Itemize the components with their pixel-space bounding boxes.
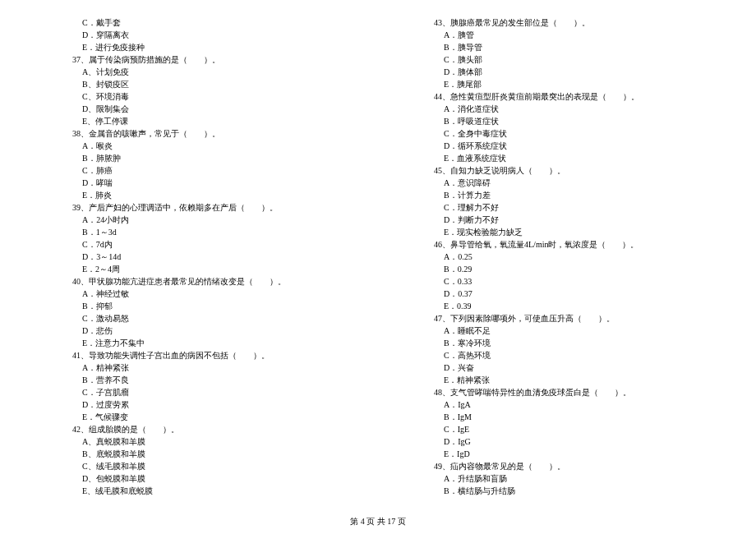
question-line: 43、胰腺癌最常见的发生部位是（ ）。	[394, 16, 723, 29]
option-line: D．过度劳累	[33, 398, 362, 411]
option-line: B、封锁疫区	[33, 78, 362, 90]
question-line: 49、疝内容物最常见的是（ ）。	[394, 460, 723, 472]
question-line: 40、甲状腺功能亢进症患者最常见的情绪改变是（ ）。	[33, 275, 362, 288]
option-line: D．胰体部	[394, 66, 723, 78]
option-line: D．IgG	[394, 435, 723, 448]
question-line: 46、鼻导管给氧，氧流量4L/min时，氧浓度是（ ）。	[394, 238, 723, 251]
question-line: 41、导致功能失调性子宫出血的病因不包括（ ）。	[33, 349, 362, 361]
option-line: E、停工停课	[33, 115, 362, 127]
option-line: C．高热环境	[394, 349, 723, 361]
option-line: B．肺脓肿	[33, 152, 362, 164]
option-line: C．IgE	[394, 423, 723, 435]
option-line: C．激动易怒	[33, 312, 362, 325]
option-line: B．横结肠与升结肠	[394, 485, 723, 497]
option-line: A．精神紧张	[33, 361, 362, 374]
option-line: D．穿隔离衣	[33, 29, 362, 41]
option-line: C．理解力不好	[394, 201, 723, 214]
question-line: 44、急性黄疸型肝炎黄疸前期最突出的表现是（ ）。	[394, 90, 723, 103]
option-line: C．0.33	[394, 275, 723, 288]
option-line: C．肺癌	[33, 164, 362, 177]
page-columns: C．戴手套D．穿隔离衣E．进行免疫接种37、属于传染病预防措施的是（ ）。A、计…	[33, 16, 723, 497]
option-line: D．兴奋	[394, 361, 723, 374]
question-line: 39、产后产妇的心理调适中，依赖期多在产后（ ）。	[33, 201, 362, 214]
question-line: 45、自知力缺乏说明病人（ ）。	[394, 164, 723, 177]
question-line: 38、金属音的咳嗽声，常见于（ ）。	[33, 127, 362, 140]
option-line: D．循环系统症状	[394, 140, 723, 152]
option-line: A．胰管	[394, 29, 723, 41]
option-line: A．消化道症状	[394, 103, 723, 115]
option-line: A．0.25	[394, 251, 723, 263]
option-line: A．喉炎	[33, 140, 362, 152]
option-line: D．哮喘	[33, 177, 362, 189]
option-line: A．IgA	[394, 398, 723, 411]
option-line: B、底蜕膜和羊膜	[33, 448, 362, 460]
option-line: A．睡眠不足	[394, 325, 723, 337]
question-line: 42、组成胎膜的是（ ）。	[33, 423, 362, 435]
option-line: B．寒冷环境	[394, 337, 723, 349]
right-column: 43、胰腺癌最常见的发生部位是（ ）。A．胰管B．胰导管C．胰头部D．胰体部E．…	[394, 16, 723, 497]
page-footer: 第 4 页 共 17 页	[0, 516, 756, 527]
question-line: 48、支气管哮喘特异性的血清免疫球蛋白是（ ）。	[394, 386, 723, 398]
option-line: B．胰导管	[394, 41, 723, 53]
option-line: E．进行免疫接种	[33, 41, 362, 53]
option-line: B．1～3d	[33, 226, 362, 238]
option-line: B．呼吸道症状	[394, 115, 723, 127]
option-line: E．现实检验能力缺乏	[394, 226, 723, 238]
option-line: A．24小时内	[33, 214, 362, 226]
option-line: E．0.39	[394, 300, 723, 312]
option-line: E．肺炎	[33, 189, 362, 201]
option-line: D．悲伤	[33, 325, 362, 337]
option-line: C．戴手套	[33, 16, 362, 29]
option-line: B．IgM	[394, 411, 723, 423]
option-line: E．注意力不集中	[33, 337, 362, 349]
option-line: C．子宫肌瘤	[33, 386, 362, 398]
option-line: C．胰头部	[394, 53, 723, 66]
option-line: A、真蜕膜和羊膜	[33, 435, 362, 448]
option-line: B．抑郁	[33, 300, 362, 312]
option-line: C．全身中毒症状	[394, 127, 723, 140]
option-line: D．0.37	[394, 288, 723, 300]
option-line: A、计划免疫	[33, 66, 362, 78]
option-line: E．胰尾部	[394, 78, 723, 90]
option-line: E．精神紧张	[394, 374, 723, 386]
option-line: D．判断力不好	[394, 214, 723, 226]
option-line: E．血液系统症状	[394, 152, 723, 164]
option-line: D．3～14d	[33, 251, 362, 263]
option-line: E．气候骤变	[33, 411, 362, 423]
question-line: 37、属于传染病预防措施的是（ ）。	[33, 53, 362, 66]
option-line: E．IgD	[394, 448, 723, 460]
option-line: A．升结肠和盲肠	[394, 472, 723, 485]
option-line: C、绒毛膜和羊膜	[33, 460, 362, 472]
option-line: E、绒毛膜和底蜕膜	[33, 485, 362, 497]
option-line: B．0.29	[394, 263, 723, 275]
option-line: D、包蜕膜和羊膜	[33, 472, 362, 485]
question-line: 47、下列因素除哪项外，可使血压升高（ ）。	[394, 312, 723, 325]
option-line: B．计算力差	[394, 189, 723, 201]
option-line: D、限制集会	[33, 103, 362, 115]
option-line: B．营养不良	[33, 374, 362, 386]
option-line: C、环境消毒	[33, 90, 362, 103]
option-line: A．神经过敏	[33, 288, 362, 300]
option-line: A．意识障碍	[394, 177, 723, 189]
option-line: E．2～4周	[33, 263, 362, 275]
option-line: C．7d内	[33, 238, 362, 251]
left-column: C．戴手套D．穿隔离衣E．进行免疫接种37、属于传染病预防措施的是（ ）。A、计…	[33, 16, 362, 497]
